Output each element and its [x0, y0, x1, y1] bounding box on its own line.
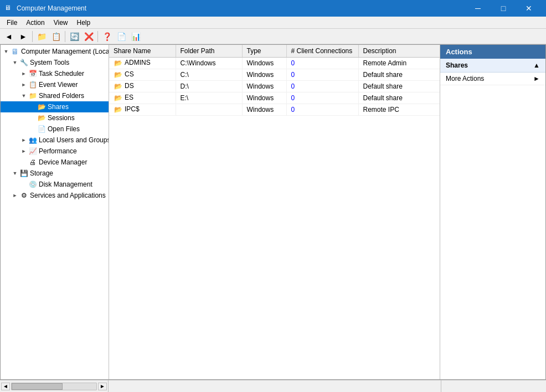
col-description[interactable]: Description: [358, 45, 440, 58]
disk-mgmt-label: Disk Management: [39, 180, 92, 188]
cell-connections: 0: [286, 104, 358, 116]
sidebar-item-local-users[interactable]: ► 👥 Local Users and Groups: [1, 135, 109, 146]
shares-expander: [28, 102, 37, 111]
row-share-icon: 📂: [114, 82, 122, 91]
computer-icon: 🖥: [11, 47, 19, 56]
root-expander[interactable]: ▼: [2, 47, 11, 56]
event-viewer-expander[interactable]: ►: [19, 80, 28, 89]
sidebar-item-device-manager[interactable]: 🖨 Device Manager: [1, 157, 109, 168]
connection-count: 0: [291, 94, 295, 102]
toolbar-refresh[interactable]: 🔄: [68, 30, 81, 43]
col-type[interactable]: Type: [242, 45, 286, 58]
sidebar-item-task-scheduler[interactable]: ► 📅 Task Scheduler: [1, 68, 109, 79]
task-scheduler-icon: 📅: [28, 69, 37, 78]
local-users-expander[interactable]: ►: [19, 136, 28, 145]
sidebar-item-shared-folders[interactable]: ▼ 📁 Shared Folders: [1, 90, 109, 101]
connection-count: 0: [291, 82, 295, 90]
scrollbar-thumb[interactable]: [12, 383, 63, 390]
share-name: IPC$: [125, 105, 140, 113]
toolbar-chart[interactable]: 📊: [129, 30, 142, 43]
sidebar-item-event-viewer[interactable]: ► 📋 Event Viewer: [1, 79, 109, 90]
cell-share-name: 📂ADMINS: [109, 58, 176, 69]
cell-description: Remote Admin: [358, 58, 440, 69]
services-expander[interactable]: ►: [11, 191, 19, 200]
cell-share-name: 📂DS: [109, 81, 176, 92]
actions-item-more[interactable]: More Actions ►: [440, 73, 545, 85]
share-name: DS: [125, 82, 134, 90]
maximize-button[interactable]: □: [491, 0, 516, 17]
col-connections[interactable]: # Client Connections: [286, 45, 358, 58]
menu-help[interactable]: Help: [73, 18, 95, 28]
cell-share-name: 📂IPC$: [109, 104, 176, 116]
tree-scrollbar[interactable]: ◄ ►: [0, 380, 109, 392]
disk-mgmt-expander: [19, 180, 28, 189]
cell-share-name: 📂CS: [109, 69, 176, 81]
menu-action[interactable]: Action: [22, 18, 49, 28]
toolbar-export[interactable]: ❌: [82, 30, 95, 43]
local-users-label: Local Users and Groups: [39, 136, 109, 144]
cell-description: Default share: [358, 81, 440, 92]
shares-label: Shares: [48, 103, 69, 111]
menu-bar: File Action View Help: [0, 17, 546, 29]
device-manager-expander: [19, 158, 28, 167]
menu-view[interactable]: View: [49, 18, 73, 28]
cell-description: Remote IPC: [358, 104, 440, 116]
actions-section-shares[interactable]: Shares ▲: [440, 59, 545, 73]
shared-folders-expander[interactable]: ▼: [19, 91, 28, 100]
sidebar-item-system-tools[interactable]: ▼ 🔧 System Tools: [1, 57, 109, 68]
table-row[interactable]: 📂ADMINSC:\WindowsWindows0Remote Admin: [109, 58, 440, 69]
toolbar: ◄ ► 📁 📋 🔄 ❌ ❓ 📄 📊: [0, 29, 546, 44]
cell-folder-path: E:\: [176, 92, 242, 104]
performance-expander[interactable]: ►: [19, 147, 28, 156]
actions-pane: Actions Shares ▲ More Actions ►: [440, 45, 545, 379]
cell-connections: 0: [286, 92, 358, 104]
services-label: Services and Applications: [30, 192, 106, 199]
performance-label: Performance: [39, 147, 77, 155]
cell-share-name: 📂ES: [109, 92, 176, 104]
content-scrollbar-spacer: [109, 380, 441, 392]
actions-header: Actions: [440, 45, 545, 59]
toolbar-show-hide[interactable]: 📋: [49, 30, 63, 43]
main-container: ▼ 🖥 Computer Management (Local ▼ 🔧 Syste…: [0, 44, 546, 380]
col-share-name[interactable]: Share Name: [109, 45, 176, 58]
scrollbar-track[interactable]: [11, 383, 97, 390]
content-pane[interactable]: Share Name Folder Path Type # Client Con…: [109, 45, 440, 379]
sidebar-item-sessions[interactable]: 📂 Sessions: [1, 112, 109, 123]
table-row[interactable]: 📂IPC$Windows0Remote IPC: [109, 104, 440, 116]
shares-table: Share Name Folder Path Type # Client Con…: [109, 45, 440, 116]
table-row[interactable]: 📂DSD:\Windows0Default share: [109, 81, 440, 92]
close-button[interactable]: ✕: [516, 0, 542, 17]
table-row[interactable]: 📂ESE:\Windows0Default share: [109, 92, 440, 104]
disk-mgmt-icon: 💿: [28, 180, 37, 189]
sidebar-item-disk-management[interactable]: 💿 Disk Management: [1, 179, 109, 190]
sessions-icon: 📂: [37, 114, 46, 122]
menu-file[interactable]: File: [2, 18, 22, 28]
sidebar-item-storage[interactable]: ▼ 💾 Storage: [1, 168, 109, 179]
cell-description: Default share: [358, 92, 440, 104]
row-share-icon: 📂: [114, 105, 122, 114]
cell-type: Windows: [242, 104, 286, 116]
performance-icon: 📈: [28, 147, 37, 156]
toolbar-props[interactable]: 📄: [115, 30, 128, 43]
scroll-right-btn[interactable]: ►: [98, 383, 107, 390]
sidebar-item-performance[interactable]: ► 📈 Performance: [1, 146, 109, 157]
sidebar-item-services-apps[interactable]: ► ⚙ Services and Applications: [1, 190, 109, 201]
system-tools-expander[interactable]: ▼: [11, 58, 19, 67]
toolbar-help[interactable]: ❓: [100, 30, 114, 43]
toolbar-up[interactable]: 📁: [35, 30, 48, 43]
open-files-icon: 📄: [37, 125, 46, 133]
tree-pane[interactable]: ▼ 🖥 Computer Management (Local ▼ 🔧 Syste…: [1, 45, 109, 379]
minimize-button[interactable]: ─: [465, 0, 491, 17]
task-scheduler-expander[interactable]: ►: [19, 69, 28, 78]
actions-scrollbar-spacer: [441, 380, 546, 392]
table-row[interactable]: 📂CSC:\Windows0Default share: [109, 69, 440, 81]
storage-expander[interactable]: ▼: [11, 169, 19, 178]
col-folder-path[interactable]: Folder Path: [176, 45, 242, 58]
tree-root[interactable]: ▼ 🖥 Computer Management (Local: [1, 46, 109, 57]
toolbar-forward[interactable]: ►: [17, 30, 30, 43]
sidebar-item-open-files[interactable]: 📄 Open Files: [1, 123, 109, 135]
scroll-left-btn[interactable]: ◄: [1, 383, 10, 390]
sidebar-item-shares[interactable]: 📂 Shares: [1, 101, 109, 112]
toolbar-back[interactable]: ◄: [2, 30, 16, 43]
app-icon: 🖥: [4, 4, 13, 13]
